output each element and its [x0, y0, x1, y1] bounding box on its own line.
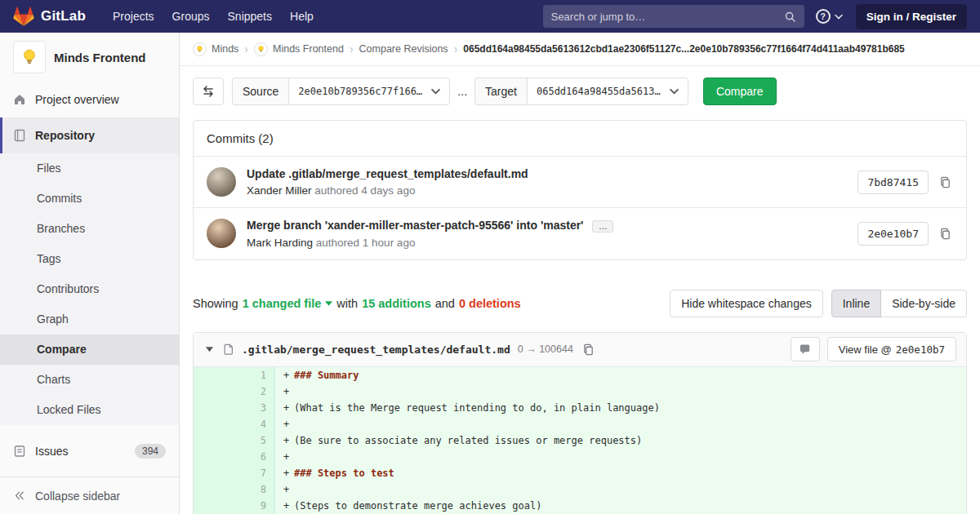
target-label: Target [474, 78, 527, 105]
collapse-diff-button[interactable] [203, 344, 216, 354]
sidebar-item-contributors[interactable]: Contributors [0, 274, 179, 304]
new-line-number[interactable]: 9 [234, 498, 275, 514]
diff-line: 2 + [194, 383, 966, 400]
commit-title-link[interactable]: Update .gitlab/merge_request_templates/d… [247, 167, 528, 180]
commit-sha-link[interactable]: 2e0e10b7 [858, 222, 929, 246]
diff-line: 6 + [194, 449, 966, 465]
sign-in-register-button[interactable]: Sign in / Register [856, 4, 967, 29]
old-line-number[interactable] [194, 432, 234, 449]
copy-sha-button[interactable] [938, 226, 953, 241]
commit-row: Merge branch 'xander-miller-master-patch… [194, 207, 966, 259]
old-line-number[interactable] [194, 465, 234, 481]
sidebar-item-repository[interactable]: Repository [0, 117, 179, 153]
additions-count: 15 additions [362, 297, 431, 310]
new-line-number[interactable]: 8 [234, 481, 275, 498]
hide-whitespace-button[interactable]: Hide whitespace changes [670, 290, 823, 317]
book-icon [13, 129, 26, 142]
sidebar-item-branches[interactable]: Branches [0, 214, 179, 244]
chevron-down-icon [670, 88, 679, 95]
sidebar-item-compare[interactable]: Compare [0, 335, 179, 365]
collapse-sidebar-label: Collapse sidebar [35, 490, 120, 503]
commit-sha-group: 7bd87415 [858, 171, 953, 194]
compare-button[interactable]: Compare [703, 78, 777, 105]
sidebar-item-tags[interactable]: Tags [0, 244, 179, 274]
nav-snippets[interactable]: Snippets [219, 5, 281, 28]
commit-author-link[interactable]: Mark Harding [247, 237, 313, 249]
search-input[interactable] [551, 11, 784, 23]
commit-authored-time: authored 1 hour ago [316, 237, 416, 249]
old-line-number[interactable] [194, 498, 234, 514]
breadcrumb-sha-range: 065dd164a98455da5613612cbd1ae2306f51127c… [463, 43, 904, 55]
inline-view-button[interactable]: Inline [831, 290, 881, 317]
gitlab-logo[interactable]: GitLab [13, 6, 86, 27]
old-line-number[interactable] [194, 383, 234, 400]
source-ref-dropdown[interactable]: 2e0e10b789356c77f166… [288, 78, 450, 105]
new-line-number[interactable]: 5 [234, 432, 275, 449]
new-line-number[interactable]: 1 [234, 367, 275, 383]
sidebar-item-charts[interactable]: Charts [0, 365, 179, 395]
copy-sha-button[interactable] [938, 175, 953, 190]
sidebar-item-issues[interactable]: Issues 394 [0, 433, 179, 469]
help-menu-button[interactable]: ? [816, 9, 843, 24]
group-avatar [193, 42, 207, 56]
breadcrumb-page[interactable]: Compare Revisions [359, 43, 448, 55]
source-label: Source [232, 78, 288, 105]
search-box[interactable] [543, 5, 804, 28]
sidebar-item-project-overview[interactable]: Project overview [0, 82, 179, 117]
commit-sha-link[interactable]: 7bd87415 [858, 171, 929, 194]
diff-line: 8 + [194, 481, 966, 498]
project-sidebar: Minds Frontend Project overview Reposito… [0, 33, 180, 514]
old-line-number[interactable] [194, 449, 234, 465]
expand-commit-description-button[interactable]: ... [592, 220, 613, 233]
search-icon [784, 11, 796, 23]
chevron-down-icon [431, 88, 440, 95]
diff-line-content: +(Be sure to associate any related issue… [275, 432, 966, 449]
showing-label: Showing [193, 297, 238, 310]
view-file-button[interactable]: View file @ 2e0e10b7 [827, 337, 956, 361]
diff-file-path-link[interactable]: .gitlab/merge_request_templates/default.… [242, 343, 510, 356]
compare-form: Source 2e0e10b789356c77f166… ... Target … [180, 66, 980, 105]
clipboard-icon [939, 176, 951, 188]
commit-title-link[interactable]: Merge branch 'xander-miller-master-patch… [247, 219, 583, 232]
nav-groups[interactable]: Groups [163, 5, 219, 28]
copy-file-path-button[interactable] [581, 342, 596, 357]
diff-file-header: .gitlab/merge_request_templates/default.… [194, 333, 966, 367]
old-line-number[interactable] [194, 400, 234, 416]
nav-help[interactable]: Help [281, 5, 323, 28]
diff-line: 4 + [194, 416, 966, 432]
sidebar-item-files[interactable]: Files [0, 153, 179, 184]
new-line-number[interactable]: 2 [234, 383, 275, 400]
old-line-number[interactable] [194, 367, 234, 383]
collapse-sidebar-button[interactable]: Collapse sidebar [0, 476, 179, 514]
toggle-comments-button[interactable] [791, 337, 820, 361]
swap-revisions-button[interactable] [193, 78, 224, 105]
sidebar-item-commits[interactable]: Commits [0, 184, 179, 214]
added-sign: + [283, 481, 294, 498]
changed-files-dropdown[interactable]: 1 changed file [243, 297, 333, 310]
side-by-side-view-button[interactable]: Side-by-side [880, 290, 967, 317]
sidebar-project-link[interactable]: Minds Frontend [0, 33, 179, 82]
commit-author-link[interactable]: Xander Miller [247, 184, 312, 197]
logo-wordmark: GitLab [41, 8, 86, 24]
diff-stats-summary: Showing 1 changed file with 15 additions… [193, 297, 521, 310]
sidebar-item-locked-files[interactable]: Locked Files [0, 395, 179, 425]
sidebar-item-graph[interactable]: Graph [0, 304, 179, 335]
nav-projects[interactable]: Projects [104, 5, 163, 28]
old-line-number[interactable] [194, 416, 234, 432]
new-line-number[interactable]: 3 [234, 400, 275, 416]
view-file-label: View file @ [839, 343, 892, 356]
breadcrumb-group[interactable]: Minds [193, 42, 238, 56]
issues-count-badge: 394 [135, 444, 166, 459]
added-sign: + [283, 432, 294, 449]
added-sign: + [283, 367, 294, 383]
new-line-number[interactable]: 6 [234, 449, 275, 465]
gitlab-tanuki-icon [13, 6, 34, 27]
new-line-number[interactable]: 4 [234, 416, 275, 432]
new-line-number[interactable]: 7 [234, 465, 275, 481]
breadcrumb-project[interactable]: Minds Frontend [254, 42, 344, 56]
old-line-number[interactable] [194, 481, 234, 498]
comment-icon [799, 343, 811, 356]
commit-meta: Mark Harding authored 1 hour ago [247, 237, 844, 249]
target-ref-dropdown[interactable]: 065dd164a98455da5613… [527, 78, 688, 105]
target-ref-value: 065dd164a98455da5613… [537, 86, 661, 97]
